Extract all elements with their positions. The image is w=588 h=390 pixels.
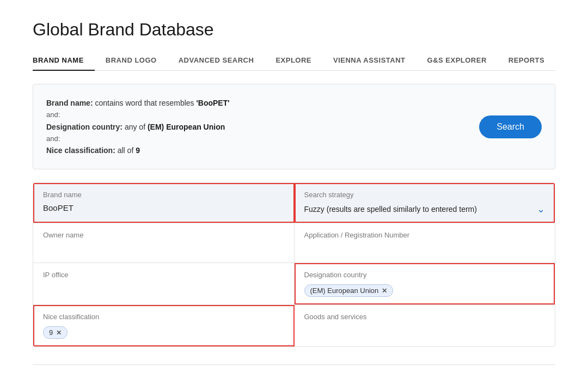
- form-row-brand-strategy: Brand name BooPET Search strategy Fuzzy …: [33, 183, 555, 223]
- nice-class-tag-9[interactable]: 9 ✕: [43, 326, 68, 339]
- nice-class-tag-close-icon[interactable]: ✕: [56, 329, 62, 337]
- brand-name-value[interactable]: BooPET: [43, 203, 284, 212]
- summary-line1: Brand name: contains word that resembles…: [46, 99, 230, 107]
- app-reg-cell[interactable]: Application / Registration Number: [295, 223, 555, 263]
- designation-tag-close-icon[interactable]: ✕: [382, 287, 387, 295]
- nav-item-vienna-assistant[interactable]: VIENNA ASSISTANT: [322, 51, 416, 70]
- nav-item-brand-name[interactable]: BRAND NAME: [33, 51, 95, 71]
- ip-office-label: IP office: [43, 271, 284, 279]
- designation-tag-label: (EM) European Union: [310, 287, 379, 295]
- search-summary-text: Brand name: contains word that resembles…: [46, 95, 230, 158]
- nice-class-cell[interactable]: Nice classification 9 ✕: [33, 305, 295, 346]
- strategy-value: Fuzzy (results are spelled similarly to …: [304, 205, 477, 214]
- summary-line3: Nice classification: all of 9: [46, 146, 140, 155]
- form-row-owner-appnum: Owner name Application / Registration Nu…: [33, 223, 555, 263]
- form-row-ipoffice-designation: IP office Designation country (EM) Europ…: [33, 263, 555, 305]
- page-title: Global Brand Database: [33, 0, 555, 51]
- summary-and1: and:: [46, 111, 230, 119]
- strategy-label: Search strategy: [304, 191, 546, 199]
- search-form-grid: Brand name BooPET Search strategy Fuzzy …: [33, 182, 555, 347]
- chevron-down-icon: ⌄: [537, 203, 545, 215]
- nav-item-explore[interactable]: EXPLORE: [265, 51, 322, 70]
- designation-tags: (EM) European Union ✕: [304, 283, 546, 297]
- nice-class-label: Nice classification: [43, 313, 284, 321]
- ip-office-cell[interactable]: IP office: [33, 263, 295, 304]
- goods-services-label: Goods and services: [304, 313, 546, 321]
- nav-bar: BRAND NAME BRAND LOGO ADVANCED SEARCH EX…: [33, 51, 555, 71]
- nav-item-brand-logo[interactable]: BRAND LOGO: [95, 51, 168, 70]
- designation-tag-em[interactable]: (EM) European Union ✕: [304, 284, 394, 297]
- app-reg-label: Application / Registration Number: [304, 231, 546, 239]
- brand-name-label: Brand name: [43, 191, 284, 199]
- brand-name-cell[interactable]: Brand name BooPET: [33, 183, 295, 223]
- nav-item-advanced-search[interactable]: ADVANCED SEARCH: [168, 51, 265, 70]
- owner-name-cell[interactable]: Owner name: [33, 223, 295, 263]
- nav-item-reports[interactable]: REPORTS: [498, 51, 555, 70]
- nice-class-tag-label: 9: [49, 328, 53, 337]
- strategy-select-wrapper[interactable]: Fuzzy (results are spelled similarly to …: [304, 203, 546, 215]
- bottom-divider: [33, 364, 555, 365]
- designation-label: Designation country: [304, 271, 546, 279]
- search-button[interactable]: Search: [479, 115, 542, 138]
- designation-cell[interactable]: Designation country (EM) European Union …: [295, 263, 555, 304]
- goods-services-cell[interactable]: Goods and services: [295, 305, 555, 346]
- summary-line2: Designation country: any of (EM) Europea…: [46, 123, 225, 131]
- owner-name-label: Owner name: [43, 231, 284, 239]
- nice-class-tags: 9 ✕: [43, 325, 284, 339]
- summary-and2: and:: [46, 135, 230, 143]
- nav-item-gs-explorer[interactable]: G&S EXPLORER: [416, 51, 498, 70]
- strategy-cell[interactable]: Search strategy Fuzzy (results are spell…: [295, 183, 555, 223]
- form-row-nice-goods: Nice classification 9 ✕ Goods and servic…: [33, 305, 555, 346]
- search-summary-box: Brand name: contains word that resembles…: [33, 84, 555, 169]
